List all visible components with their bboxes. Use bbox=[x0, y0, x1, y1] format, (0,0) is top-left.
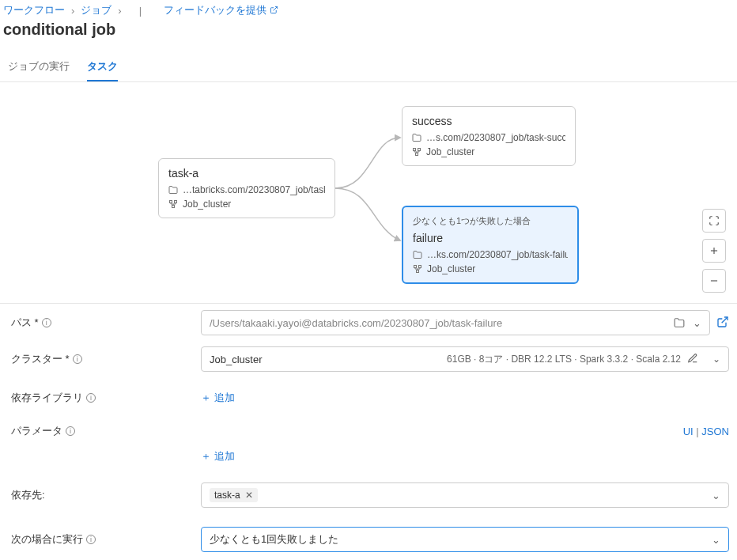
task-node-success[interactable]: success …s.com/20230807_job/task-success… bbox=[402, 106, 576, 166]
dependency-chip: task-a ✕ bbox=[210, 488, 258, 502]
info-icon[interactable]: i bbox=[42, 318, 51, 327]
cluster-details: 61GB · 8コア · DBR 12.2 LTS · Spark 3.3.2 … bbox=[447, 353, 681, 366]
breadcrumb-jobs[interactable]: ジョブ bbox=[81, 3, 111, 17]
info-icon[interactable]: i bbox=[73, 354, 82, 364]
chevron-down-icon: ⌄ bbox=[693, 317, 701, 329]
info-icon[interactable]: i bbox=[86, 535, 96, 544]
cluster-icon bbox=[168, 199, 178, 209]
task-node-failure[interactable]: 少なくとも1つが失敗した場合 failure …ks.com/20230807_… bbox=[402, 206, 579, 284]
task-condition-label: 少なくとも1つが失敗した場合 bbox=[413, 215, 568, 227]
folder-icon bbox=[168, 185, 178, 195]
chevron-down-icon: ⌄ bbox=[712, 534, 720, 546]
folder-icon bbox=[412, 133, 421, 142]
tab-job-runs[interactable]: ジョブの実行 bbox=[8, 59, 70, 81]
breadcrumb-pipe: | bbox=[139, 5, 142, 17]
canvas-tools bbox=[702, 209, 726, 293]
run-if-label: 次の場合に実行 i bbox=[11, 532, 193, 547]
params-ui-toggle[interactable]: UI bbox=[683, 426, 694, 437]
breadcrumbs: ワークフロー › ジョブ › | フィードバックを提供 bbox=[0, 0, 737, 19]
parameters-label: パラメータ i bbox=[11, 424, 193, 438]
task-form: パス * i /Users/takaaki.yayoi@databricks.c… bbox=[0, 304, 737, 560]
task-node-title: task-a bbox=[168, 167, 325, 180]
svg-rect-4 bbox=[414, 149, 416, 151]
libraries-label: 依存ライブラリ i bbox=[11, 391, 193, 405]
path-input[interactable]: /Users/takaaki.yayoi@databricks.com/2023… bbox=[201, 310, 710, 335]
plus-icon: ＋ bbox=[201, 449, 211, 464]
info-icon[interactable]: i bbox=[86, 393, 96, 403]
minus-icon bbox=[709, 275, 720, 286]
folder-icon bbox=[674, 317, 685, 328]
add-parameter-button[interactable]: ＋ 追加 bbox=[201, 449, 235, 464]
fullscreen-button[interactable] bbox=[702, 209, 726, 233]
zoom-in-button[interactable] bbox=[702, 239, 726, 263]
plus-icon: ＋ bbox=[201, 391, 211, 405]
svg-rect-7 bbox=[414, 266, 417, 268]
svg-rect-6 bbox=[416, 153, 418, 156]
depends-on-select[interactable]: task-a ✕ ⌄ bbox=[201, 482, 729, 508]
svg-rect-5 bbox=[418, 149, 421, 151]
params-json-toggle[interactable]: JSON bbox=[701, 426, 729, 437]
cluster-select[interactable]: Job_cluster 61GB · 8コア · DBR 12.2 LTS · … bbox=[201, 346, 729, 372]
task-graph-canvas[interactable]: task-a …tabricks.com/20230807_job/task-a… bbox=[0, 82, 737, 304]
svg-rect-3 bbox=[172, 206, 175, 208]
run-if-select[interactable]: 少なくとも1回失敗しました ⌄ bbox=[201, 527, 729, 552]
external-link-icon bbox=[270, 5, 278, 17]
zoom-out-button[interactable] bbox=[702, 269, 726, 293]
tabs: ジョブの実行 タスク bbox=[0, 45, 737, 82]
cluster-label: クラスター * i bbox=[11, 352, 193, 366]
breadcrumb-workflow[interactable]: ワークフロー bbox=[3, 3, 65, 17]
path-label: パス * i bbox=[11, 316, 193, 330]
fullscreen-icon bbox=[709, 215, 720, 226]
svg-rect-2 bbox=[175, 201, 177, 203]
tab-tasks[interactable]: タスク bbox=[87, 59, 118, 81]
folder-icon bbox=[413, 250, 422, 259]
edit-cluster-button[interactable] bbox=[687, 353, 698, 366]
chevron-right-icon: › bbox=[71, 5, 74, 17]
svg-line-13 bbox=[722, 317, 728, 323]
svg-rect-9 bbox=[417, 271, 419, 273]
svg-rect-1 bbox=[170, 201, 172, 203]
info-icon[interactable]: i bbox=[66, 426, 75, 436]
task-node-task-a[interactable]: task-a …tabricks.com/20230807_job/task-a… bbox=[158, 158, 335, 218]
plus-icon bbox=[709, 245, 720, 256]
task-node-title: failure bbox=[413, 232, 568, 244]
cluster-icon bbox=[412, 147, 421, 157]
open-notebook-button[interactable] bbox=[716, 316, 729, 331]
add-library-button[interactable]: ＋ 追加 bbox=[201, 391, 235, 405]
remove-dependency-button[interactable]: ✕ bbox=[245, 490, 253, 501]
chevron-down-icon: ⌄ bbox=[712, 354, 720, 365]
page-title: conditional job bbox=[0, 19, 737, 45]
chevron-down-icon: ⌄ bbox=[712, 490, 720, 501]
depends-on-label: 依存先: bbox=[11, 488, 193, 502]
svg-rect-8 bbox=[419, 266, 421, 268]
task-node-title: success bbox=[412, 115, 565, 127]
chevron-right-icon: › bbox=[118, 5, 121, 17]
cluster-icon bbox=[413, 264, 422, 274]
svg-line-0 bbox=[274, 6, 278, 10]
feedback-link[interactable]: フィードバックを提供 bbox=[164, 3, 278, 17]
graph-edges bbox=[0, 82, 737, 303]
